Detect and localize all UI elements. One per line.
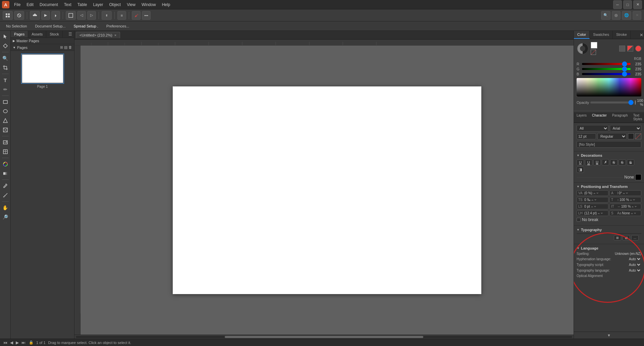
tab-color[interactable]: Color xyxy=(574,31,590,39)
toolbar-search-btn[interactable]: 🔍 xyxy=(601,11,610,20)
typo-icon-3[interactable]: … xyxy=(631,235,639,240)
menu-file[interactable]: File xyxy=(11,1,23,8)
opacity-slider[interactable] xyxy=(590,101,634,103)
window-close[interactable]: ✕ xyxy=(633,0,642,9)
color-wheel-area[interactable] xyxy=(577,43,589,55)
typo-script-select[interactable]: Auto xyxy=(628,263,641,267)
tool-hand[interactable]: ✋ xyxy=(1,203,10,212)
menu-document[interactable]: Document xyxy=(37,1,61,8)
pos-t-arrows[interactable]: ⏶⏷ xyxy=(630,198,636,202)
scrollbar-thumb[interactable] xyxy=(225,336,423,338)
font-set-select[interactable]: All xyxy=(577,125,608,132)
nav-play[interactable]: ▶ xyxy=(15,340,19,345)
color-spectrum[interactable] xyxy=(577,78,641,96)
pos-ls-arrows[interactable]: ⏶⏷ xyxy=(591,205,597,208)
tab-swatches[interactable]: Swatches xyxy=(590,31,613,39)
canvas-tab-1[interactable]: <Untitled> (210.2%) × xyxy=(76,32,120,38)
master-pages-header[interactable]: ▶ Master Pages xyxy=(11,38,74,44)
tool-node[interactable] xyxy=(1,42,10,50)
sub-tab-textstyles[interactable]: Text Styles xyxy=(631,112,644,122)
panel-scroll-bottom[interactable]: ▼ xyxy=(574,332,644,339)
scrollbar-horizontal[interactable] xyxy=(74,335,574,339)
pages-delete-icon[interactable]: 🗑 xyxy=(68,45,72,50)
nav-prev[interactable]: ◀ xyxy=(9,340,14,345)
tool-frame[interactable] xyxy=(1,126,10,134)
tool-image[interactable] xyxy=(1,138,10,147)
deco-underline[interactable]: U xyxy=(577,159,584,165)
channel-b-slider[interactable] xyxy=(582,73,631,75)
close-color-panel[interactable]: ✕ xyxy=(639,31,644,39)
pos-va-arrows[interactable]: ⏶⏷ xyxy=(593,192,599,195)
menu-view[interactable]: View xyxy=(124,1,138,8)
canvas-tab-close[interactable]: × xyxy=(114,33,116,37)
toolbar-btn-1[interactable] xyxy=(3,11,13,20)
tool-zoom[interactable]: 🔍 xyxy=(1,54,10,63)
tool-ellipse[interactable] xyxy=(1,107,10,116)
font-style-select[interactable]: Regular xyxy=(597,133,627,140)
pos-it-arrows[interactable]: ⏶⏷ xyxy=(631,205,637,208)
tool-text[interactable]: T xyxy=(1,76,10,84)
tab-stroke[interactable]: Stroke xyxy=(613,31,631,39)
deco-collapse-icon[interactable]: ▼ xyxy=(577,154,580,157)
tool-eyedropper[interactable] xyxy=(1,182,10,190)
fill-swatch[interactable] xyxy=(591,42,597,49)
tab-assets[interactable]: Assets xyxy=(28,31,46,38)
spread-setup-btn[interactable]: Spread Setup . xyxy=(70,23,101,29)
menu-layer[interactable]: Layer xyxy=(90,1,106,8)
tool-shape[interactable] xyxy=(1,116,10,125)
preferences-btn[interactable]: Preferences... xyxy=(103,23,132,29)
opacity-swatch[interactable] xyxy=(619,46,625,52)
pos-ts-arrows[interactable]: ⏶⏷ xyxy=(591,198,597,202)
sub-tab-layers[interactable]: Layers xyxy=(574,112,589,122)
toolbar-btn-5[interactable]: ⏵ xyxy=(51,11,60,20)
hyphenation-select[interactable]: Auto xyxy=(628,257,641,261)
pages-menu-icon[interactable]: ☰ xyxy=(68,31,73,37)
toolbar-share-btn[interactable]: 🌐 xyxy=(622,11,631,20)
nav-first[interactable]: ⏮ xyxy=(3,340,8,345)
deco-underline2[interactable]: U xyxy=(585,159,592,165)
toolbar-close-panel[interactable]: ✕ xyxy=(633,11,641,20)
toolbar-btn-7[interactable]: ▷ xyxy=(87,11,96,20)
tab-pages[interactable]: Pages xyxy=(11,31,28,38)
nav-last[interactable]: ⏭ xyxy=(21,340,26,345)
document-setup-btn[interactable]: Document Setup... xyxy=(32,23,69,29)
channel-g-slider[interactable] xyxy=(582,68,631,70)
toolbar-brush-btn[interactable]: 🖌 xyxy=(132,11,141,20)
no-break-checkbox[interactable] xyxy=(577,218,581,222)
tool-zoom-view[interactable]: 🔎 xyxy=(1,213,10,221)
tool-rect[interactable] xyxy=(1,97,10,106)
tool-pen[interactable]: ✏ xyxy=(1,85,10,94)
pos-s-arrows[interactable]: ⏶⏷ xyxy=(631,212,637,215)
font-name-select[interactable]: Arial xyxy=(610,125,642,132)
pos-collapse-icon[interactable]: ▼ xyxy=(577,185,580,188)
pages-view-icon[interactable]: ▤ xyxy=(64,45,67,50)
deco-strikethrough2[interactable]: S xyxy=(610,159,618,165)
pos-lh-arrows[interactable]: ⏶⏷ xyxy=(597,212,603,215)
tool-gradient[interactable] xyxy=(1,169,10,178)
no-selection-btn[interactable]: No Selection xyxy=(3,23,30,29)
sub-tab-character[interactable]: Character xyxy=(589,112,609,122)
menu-help[interactable]: Help xyxy=(159,1,173,8)
tool-crop[interactable] xyxy=(1,63,10,72)
typo-icon-2[interactable]: ▤ xyxy=(623,235,630,240)
tool-table[interactable] xyxy=(1,147,10,156)
lang-collapse-icon[interactable]: ▼ xyxy=(577,247,580,250)
deco-strikethrough3[interactable]: S xyxy=(619,159,626,165)
typo-icon-1[interactable]: ⊞ xyxy=(614,235,621,240)
window-minimize[interactable]: ─ xyxy=(613,0,622,9)
typo-collapse-icon[interactable]: ▼ xyxy=(577,228,580,231)
tool-measure[interactable] xyxy=(1,191,10,200)
toolbar-dot-btn[interactable]: ••• xyxy=(142,11,151,20)
char-no-color[interactable] xyxy=(635,133,641,139)
toolbar-link-btn[interactable] xyxy=(102,11,112,20)
menu-text[interactable]: Text xyxy=(61,1,74,8)
menu-object[interactable]: Object xyxy=(106,1,123,8)
menu-table[interactable]: Table xyxy=(75,1,90,8)
toolbar-btn-3[interactable] xyxy=(30,11,40,20)
pos-a-arrows[interactable]: ⏶⏷ xyxy=(623,192,629,195)
color-pick-icon[interactable] xyxy=(627,46,633,52)
font-size-input[interactable] xyxy=(577,133,596,139)
toolbar-assistant-btn[interactable]: ◎ xyxy=(612,11,621,20)
tab-stock[interactable]: Stock xyxy=(46,31,63,38)
char-color-swatch[interactable] xyxy=(628,133,634,139)
